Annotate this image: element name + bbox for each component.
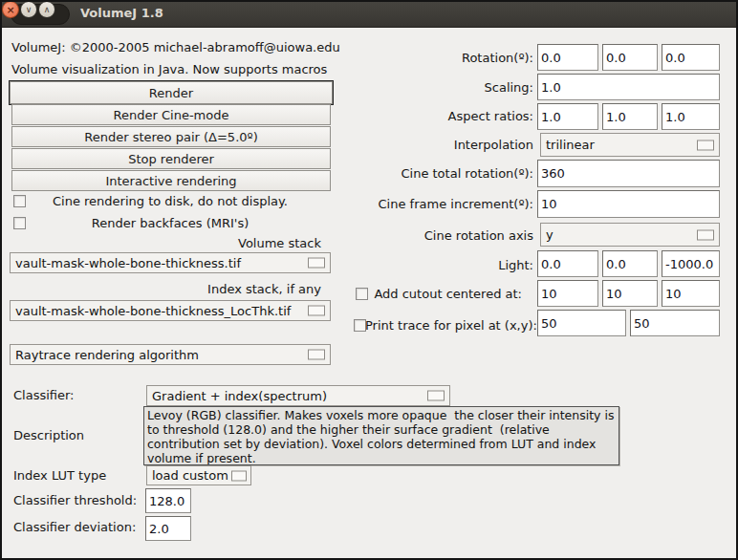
scaling-field[interactable] bbox=[537, 74, 720, 100]
light-y-field[interactable] bbox=[602, 250, 658, 277]
rotation-x-field[interactable] bbox=[537, 44, 598, 71]
classifier-threshold-label: Classifier threshold: bbox=[13, 493, 137, 507]
interpolation-value: trilinear bbox=[546, 138, 595, 152]
cine-frame-increment-field[interactable] bbox=[537, 190, 720, 218]
minimize-icon[interactable]: ∨ bbox=[20, 1, 37, 18]
interpolation-dropdown[interactable]: trilinear bbox=[540, 133, 720, 157]
cine-total-rotation-field[interactable] bbox=[537, 160, 720, 187]
light-label: Light: bbox=[354, 258, 533, 272]
maximize-icon[interactable]: ∧ bbox=[38, 1, 55, 18]
render-stereo-pair-button[interactable]: Render stereo pair (Δ=5.0º) bbox=[11, 126, 331, 147]
subtitle-text: Volume visualization in Java. Now suppor… bbox=[11, 62, 327, 76]
cine-to-disk-label: Cine rendering to disk, do not display. bbox=[53, 194, 288, 208]
classifier-deviation-label: Classifier deviation: bbox=[13, 520, 136, 534]
volume-stack-value: vault-mask-whole-bone-thickness.tif bbox=[15, 256, 241, 270]
volume-stack-dropdown[interactable]: vault-mask-whole-bone-thickness.tif bbox=[10, 252, 331, 273]
render-button[interactable]: Render bbox=[10, 81, 333, 104]
aspect-y-field[interactable] bbox=[602, 103, 658, 130]
copyright-text: VolumeJ: ©2000-2005 michael-abramoff@uio… bbox=[11, 40, 340, 54]
cutout-x-field[interactable] bbox=[537, 280, 598, 307]
render-backfaces-label: Render backfaces (MRI's) bbox=[92, 216, 249, 230]
dropdown-button-icon bbox=[308, 258, 325, 269]
rendering-algorithm-value: Raytrace rendering algorithm bbox=[15, 348, 199, 362]
dropdown-button-icon bbox=[427, 391, 445, 401]
dropdown-button-icon bbox=[697, 140, 714, 150]
add-cutout-checkbox[interactable] bbox=[356, 288, 368, 300]
volumej-window: × ∨ ∧ VolumeJ 1.8 VolumeJ: ©2000-2005 mi… bbox=[0, 0, 738, 560]
dropdown-button-icon bbox=[308, 350, 325, 360]
interpolation-label: Interpolation bbox=[354, 138, 533, 152]
window-title: VolumeJ 1.8 bbox=[80, 0, 163, 27]
rotation-z-field[interactable] bbox=[662, 44, 720, 71]
index-stack-value: vault-mask-whole-bone-thickness_LocThk.t… bbox=[15, 304, 291, 318]
close-icon[interactable]: × bbox=[2, 1, 19, 18]
cine-total-rotation-label: Cine total rotation(º): bbox=[354, 166, 533, 181]
cutout-z-field[interactable] bbox=[662, 280, 720, 307]
dropdown-button-icon bbox=[697, 229, 714, 240]
render-backfaces-checkbox[interactable] bbox=[13, 217, 26, 229]
rotation-label: Rotation(º): bbox=[354, 51, 533, 65]
classifier-threshold-field[interactable] bbox=[145, 488, 191, 513]
cine-rotation-axis-label: Cine rotation axis bbox=[354, 228, 533, 243]
trace-y-field[interactable] bbox=[630, 310, 720, 336]
index-lut-type-dropdown[interactable]: load custom bbox=[146, 465, 251, 485]
aspect-ratios-label: Aspect ratios: bbox=[354, 109, 533, 123]
add-cutout-label: Add cutout centered at: bbox=[371, 287, 522, 301]
classifier-deviation-field[interactable] bbox=[145, 516, 191, 541]
aspect-x-field[interactable] bbox=[537, 103, 598, 130]
interactive-rendering-button[interactable]: Interactive rendering bbox=[11, 170, 331, 191]
print-trace-label: Print trace for pixel at (x,y): bbox=[365, 318, 533, 333]
aspect-z-field[interactable] bbox=[662, 103, 720, 130]
cutout-y-field[interactable] bbox=[602, 280, 658, 307]
classifier-label: Classifier: bbox=[13, 388, 75, 402]
stop-renderer-button[interactable]: Stop renderer bbox=[11, 148, 331, 169]
volume-stack-label: Volume stack bbox=[10, 236, 321, 250]
index-stack-dropdown[interactable]: vault-mask-whole-bone-thickness_LocThk.t… bbox=[10, 300, 331, 321]
index-lut-type-value: load custom bbox=[152, 468, 228, 483]
cine-rotation-axis-dropdown[interactable]: y bbox=[540, 223, 720, 247]
trace-x-field[interactable] bbox=[537, 310, 626, 336]
light-x-field[interactable] bbox=[537, 250, 598, 277]
cine-frame-increment-label: Cine frame increment(º): bbox=[354, 197, 533, 211]
dropdown-button-icon bbox=[308, 306, 325, 316]
rendering-algorithm-dropdown[interactable]: Raytrace rendering algorithm bbox=[10, 344, 331, 365]
index-stack-label: Index stack, if any bbox=[10, 282, 321, 296]
titlebar[interactable]: × ∨ ∧ VolumeJ 1.8 bbox=[0, 0, 738, 28]
description-label: Description bbox=[13, 428, 84, 442]
rotation-y-field[interactable] bbox=[602, 44, 658, 71]
index-lut-type-label: Index LUT type bbox=[13, 468, 106, 483]
classifier-dropdown[interactable]: Gradient + index(spectrum) bbox=[146, 385, 450, 406]
cine-to-disk-checkbox[interactable] bbox=[13, 195, 26, 207]
classifier-description-textarea[interactable]: Levoy (RGB) classifier. Makes voxels mor… bbox=[143, 406, 619, 465]
render-backfaces-row: Render backfaces (MRI's) bbox=[10, 216, 331, 231]
light-z-field[interactable] bbox=[662, 250, 720, 277]
cine-rotation-axis-value: y bbox=[546, 227, 554, 242]
render-cine-mode-button[interactable]: Render Cine-mode bbox=[11, 104, 331, 125]
scaling-label: Scaling: bbox=[354, 80, 533, 95]
cine-to-disk-row: Cine rendering to disk, do not display. bbox=[10, 194, 331, 209]
dropdown-button-icon bbox=[231, 470, 247, 481]
classifier-value: Gradient + index(spectrum) bbox=[152, 389, 327, 403]
